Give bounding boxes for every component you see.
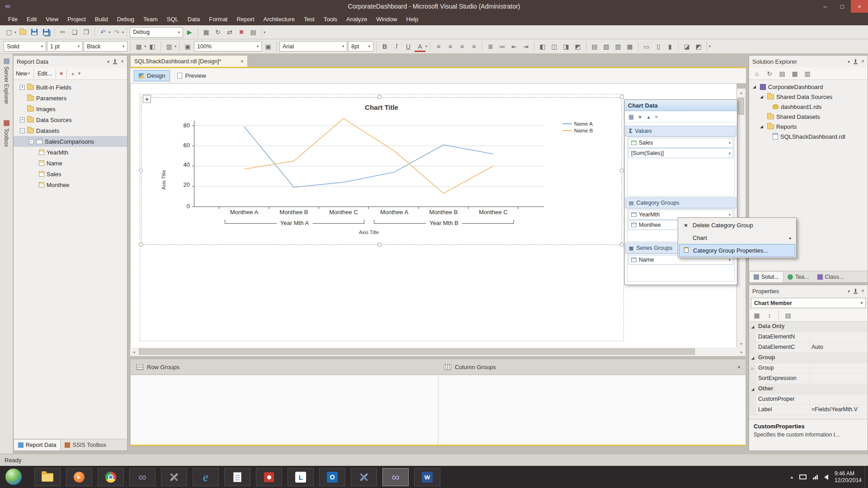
hidden-icons-arrow[interactable]: ▴	[791, 474, 793, 479]
redo-icon[interactable]: ↷	[111, 27, 122, 38]
align-middles-icon[interactable]: ▤	[589, 41, 600, 52]
resize-handle-bottom[interactable]	[377, 243, 382, 247]
collapse-all-icon[interactable]: ▦	[789, 68, 800, 79]
delete-icon[interactable]: ✖	[236, 27, 247, 38]
tab-solution-explorer[interactable]: Solut...	[749, 271, 783, 282]
move-handle-icon[interactable]: +	[143, 95, 151, 103]
move-up-icon[interactable]: ▲	[646, 114, 651, 120]
align-lefts-icon[interactable]: ◧	[537, 41, 548, 52]
menu-item[interactable]: File	[4, 13, 22, 25]
property-category[interactable]: ◢Other	[749, 384, 868, 394]
distribute-vertical-icon[interactable]: ▦	[624, 41, 635, 52]
font-size-combo[interactable]: 8pt▾	[348, 41, 373, 52]
taskbar-clock[interactable]: 9:46 AM 12/20/2014	[835, 470, 862, 484]
tab-design[interactable]: Design	[134, 70, 170, 81]
taskbar-chrome[interactable]	[98, 468, 124, 486]
value-item-sum-sales[interactable]: [Sum(Sales)]▾	[628, 148, 733, 158]
font-name-combo[interactable]: Arial▾	[279, 41, 347, 52]
toolbar2-overflow-icon[interactable]: ▾	[709, 44, 711, 48]
resize-handle-bottom-right[interactable]	[620, 243, 624, 247]
menu-item-delete-category-group[interactable]: × Delete Category Group	[679, 219, 795, 231]
scrollbar-thumb[interactable]	[139, 348, 695, 355]
tree-item-data-sources[interactable]: +Data Sources	[14, 114, 127, 125]
tree-item-solution-root[interactable]: ◢CorporateDashboard	[749, 82, 868, 92]
menu-item[interactable]: Tools	[319, 13, 342, 25]
open-folder-icon[interactable]	[17, 27, 28, 38]
border-width-combo[interactable]: 1 pt▾	[47, 41, 83, 52]
taskbar-tools[interactable]	[161, 468, 187, 486]
italic-button[interactable]: I	[391, 41, 402, 52]
collapse-icon[interactable]: −	[20, 128, 25, 133]
resize-handle-left[interactable]	[139, 169, 143, 173]
menu-item[interactable]: Report	[232, 13, 259, 25]
new-button[interactable]: New	[16, 70, 27, 77]
scroll-left-icon[interactable]: ◂	[130, 347, 138, 356]
font-color-icon[interactable]: A	[415, 41, 425, 52]
window-position-icon[interactable]: ▾	[848, 289, 850, 294]
undo-dropdown-icon[interactable]: ▾	[108, 30, 110, 34]
taskbar-visual-studio[interactable]: ∞	[129, 468, 156, 486]
tree-item-parameters[interactable]: Parameters	[14, 93, 127, 103]
align-right-icon[interactable]: ≡	[457, 41, 467, 52]
menu-item[interactable]: Edit	[22, 13, 41, 25]
same-height-icon[interactable]: ▯	[653, 41, 664, 52]
toolbox-tab[interactable]: Toolbox	[0, 116, 13, 147]
move-up-icon[interactable]: ▲	[71, 71, 75, 76]
tree-item-name[interactable]: Name	[14, 158, 127, 169]
paste-icon[interactable]: ❐	[81, 27, 92, 38]
window-position-icon[interactable]: ▾	[848, 59, 850, 64]
bring-to-front-icon[interactable]: ◪	[681, 41, 692, 52]
tree-item-salescomparisons[interactable]: −SalesComparisons	[14, 136, 127, 147]
zoom-combo[interactable]: 100%▾	[194, 41, 262, 52]
start-debug-button[interactable]: ▶	[184, 27, 195, 38]
categorized-icon[interactable]: ▦	[751, 310, 762, 321]
expand-icon[interactable]: +	[20, 85, 25, 90]
scrollbar-thumb[interactable]	[738, 98, 744, 115]
delete-field-icon[interactable]: ×	[60, 70, 63, 77]
save-all-icon[interactable]	[41, 27, 52, 38]
taskbar-media-player[interactable]: ▶	[66, 468, 92, 486]
merge-dropdown-icon[interactable]: ▾	[175, 44, 176, 48]
tree-item-sqlshackdashboard-rdl[interactable]: SQLShackDashboard.rdl	[749, 131, 868, 141]
menu-item[interactable]: Build	[90, 13, 113, 25]
scroll-down-icon[interactable]: ▾	[737, 340, 745, 347]
tree-item-sales[interactable]: Sales	[14, 169, 127, 179]
menu-item-chart[interactable]: Chart ▸	[679, 231, 795, 244]
column-groups-header[interactable]: Column Groups ▾	[439, 359, 745, 375]
maximize-button[interactable]: □	[834, 0, 851, 13]
property-row[interactable]: DataElementN	[749, 332, 868, 343]
display-tray-icon[interactable]	[799, 474, 807, 479]
align-rights-icon[interactable]: ◨	[561, 41, 571, 52]
property-pages-icon[interactable]: ▤	[783, 310, 793, 321]
tree-item-images[interactable]: Images	[14, 103, 127, 114]
close-panel-icon[interactable]: ×	[861, 58, 864, 65]
delete-icon[interactable]: ×	[655, 113, 658, 120]
property-row[interactable]: SortExpression	[749, 374, 868, 384]
move-down-icon[interactable]: ▼	[637, 114, 642, 120]
taskbar-document-app[interactable]	[224, 468, 250, 486]
undo-icon[interactable]: ↶	[98, 27, 108, 38]
taskbar-red-app[interactable]	[256, 468, 282, 486]
fill-color-icon[interactable]: ◧	[147, 41, 158, 52]
taskbar-visual-studio-active[interactable]: ∞	[382, 468, 409, 486]
menu-item[interactable]: Window	[372, 13, 401, 25]
redo-dropdown-icon[interactable]: ▾	[122, 30, 124, 34]
taskbar-settings-tools[interactable]	[351, 468, 377, 486]
same-width-icon[interactable]: ▭	[641, 41, 652, 52]
zoom-in-icon[interactable]: ▣	[263, 41, 274, 52]
bold-button[interactable]: B	[379, 41, 390, 52]
indent-icon[interactable]: ⇥	[520, 41, 531, 52]
menu-item[interactable]: Test	[299, 13, 319, 25]
tab-preview[interactable]: Preview	[173, 70, 210, 81]
menu-item[interactable]: SQL	[162, 13, 183, 25]
move-down-icon[interactable]: ▼	[77, 71, 81, 76]
row-groups-body[interactable]	[131, 375, 439, 445]
resize-handle-bottom-left[interactable]	[139, 243, 143, 247]
resize-handle-top[interactable]	[377, 95, 382, 99]
menu-item[interactable]: Analyze	[342, 13, 372, 25]
resize-handle-top-right[interactable]	[620, 95, 624, 99]
tree-item-shared-datasets[interactable]: Shared Datasets	[749, 112, 868, 122]
tree-item-monthee[interactable]: Monthee	[14, 179, 127, 190]
align-centers-icon[interactable]: ◫	[549, 41, 560, 52]
menu-item[interactable]: Format	[204, 13, 232, 25]
